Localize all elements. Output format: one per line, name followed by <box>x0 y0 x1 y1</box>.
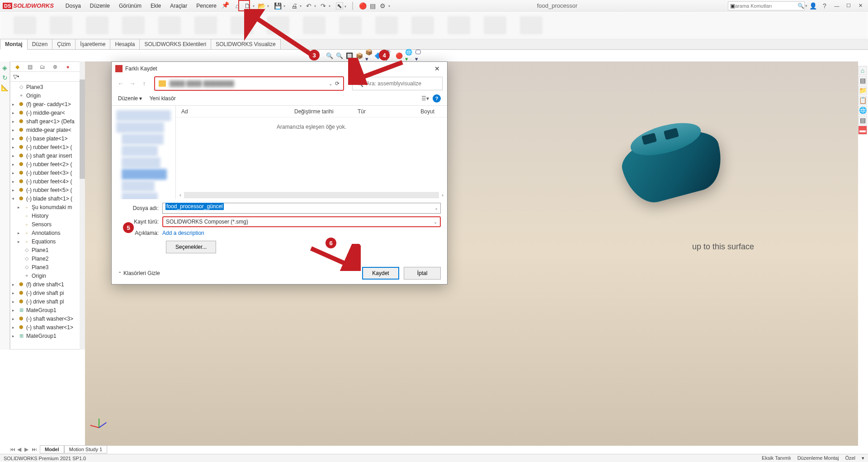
tree-item[interactable]: ▸▫Annotations <box>10 229 85 237</box>
col-size[interactable]: Boyut <box>407 108 434 115</box>
status-gear-icon[interactable]: ▾ <box>862 455 864 461</box>
close-button[interactable]: ✕ <box>855 2 865 10</box>
user-icon[interactable]: 👤 <box>809 2 816 9</box>
nav-up-icon[interactable]: ↑ <box>140 79 149 88</box>
tab-visualize[interactable]: SOLIDWORKS Visualize <box>211 39 281 49</box>
tree-item[interactable]: ▸▫Equations <box>10 237 85 246</box>
tree-item[interactable]: ▸⬢(-) shaft gear insert <box>10 151 85 160</box>
section-view-icon[interactable]: 📦 <box>355 51 363 60</box>
zoom-fit-icon[interactable]: 🔍 <box>326 51 334 60</box>
filetype-select[interactable]: SOLIDWORKS Composer (*.smg) ⌄ <box>162 216 441 227</box>
scroll-right-icon[interactable]: › <box>442 192 443 198</box>
tree-item[interactable]: ▸⬢(-) middle-gear< <box>10 108 85 117</box>
tab-markup[interactable]: İşaretleme <box>75 39 110 49</box>
display-style-icon[interactable]: 🔷▾ <box>375 51 383 60</box>
new-folder-button[interactable]: Yeni klasör <box>149 95 175 102</box>
tab-layout[interactable]: Düzen <box>27 39 53 49</box>
feature-tree[interactable]: ◇Plane3⌖Origin▸⬢(f) gear- caddy<1>▸⬢(-) … <box>10 82 85 349</box>
tree-item[interactable]: ▸⊞MateGroup1 <box>10 306 85 314</box>
tree-item[interactable]: ▸⬢(-) shaft washer<1> <box>10 323 85 331</box>
dialog-search[interactable]: 🔍 <box>352 77 443 90</box>
col-type[interactable]: Tür <box>358 108 407 115</box>
nav-forward-icon[interactable]: → <box>128 79 137 88</box>
undo-icon[interactable]: ↶ <box>305 2 312 9</box>
column-headers[interactable]: Ad Değiştirme tarihi Tür Boyut <box>176 106 447 117</box>
tab-assembly[interactable]: Montaj <box>0 39 28 50</box>
nav-back-icon[interactable]: ← <box>116 79 125 88</box>
tree-item[interactable]: ▸⬢(-) drive shaft pi <box>10 289 85 297</box>
tab-sketch[interactable]: Çizim <box>52 39 75 49</box>
tree-item[interactable]: ▸⬢(f) gear- caddy<1> <box>10 100 85 108</box>
tree-item[interactable]: ▸⬢shaft gear<1> (Defa <box>10 117 85 126</box>
tree-item[interactable]: ▸⬢(-) rubber feet<4> ( <box>10 177 85 186</box>
cancel-button[interactable]: İptal <box>404 267 441 280</box>
tree-item[interactable]: ▸⬢(-) rubber feet<1> ( <box>10 143 85 151</box>
redo-icon[interactable]: ↷ <box>320 2 327 9</box>
task-view-icon[interactable]: 🌐 <box>858 106 867 115</box>
tree-item[interactable]: ▸⬢middle-gear plate< <box>10 126 85 134</box>
filename-input[interactable]: food_processor_güncel <box>162 203 441 214</box>
open-icon[interactable]: 📂 <box>258 2 265 9</box>
menu-insert[interactable]: Ekle <box>147 1 165 10</box>
tree-item[interactable]: ▸⬢(-) rubber feet<2> ( <box>10 160 85 168</box>
orientation-triad[interactable] <box>94 414 112 432</box>
tab-next-icon[interactable]: ▶ <box>24 446 31 453</box>
menu-window[interactable]: Pencere <box>193 1 220 10</box>
filename-dropdown-icon[interactable]: ⌄ <box>434 205 438 210</box>
property-tab-icon[interactable]: ▤ <box>26 63 34 71</box>
rebuild-icon[interactable]: 🔴 <box>359 2 367 9</box>
tree-item[interactable]: ▫History <box>10 211 85 220</box>
menu-edit[interactable]: Düzenle <box>86 1 113 10</box>
help-icon[interactable]: ? <box>433 94 441 103</box>
scroll-left-icon[interactable]: ‹ <box>179 192 181 198</box>
new-icon[interactable]: 🗋 <box>244 2 251 9</box>
tree-item[interactable]: ▸⬢(-) rubber feet<3> ( <box>10 168 85 177</box>
view-settings-icon[interactable]: 🖵▾ <box>415 51 423 60</box>
menu-tools[interactable]: Araçlar <box>166 1 191 10</box>
tree-item[interactable]: ⌖Origin <box>10 271 85 280</box>
task-explorer-icon[interactable]: 📋 <box>858 96 867 105</box>
hide-folders-toggle[interactable]: ⌃ Klasörleri Gizle <box>118 270 160 276</box>
address-bar[interactable]: ████ ████ ████████ ⌄ ⟳ <box>154 76 344 91</box>
tree-item[interactable]: ▸▫Şu konumdaki m <box>10 203 85 211</box>
search-icon[interactable]: 🔍 <box>797 3 804 9</box>
config-tab-icon[interactable]: 🗂 <box>38 63 47 71</box>
col-modified[interactable]: Değiştirme tarihi <box>294 108 358 115</box>
filter-icon[interactable]: ▽• <box>13 74 19 80</box>
display-tab-icon[interactable]: ⊕ <box>51 63 59 71</box>
tree-item[interactable]: ⌖Origin <box>10 91 85 100</box>
home-icon[interactable]: ⌂ <box>234 2 241 9</box>
menu-view[interactable]: Görünüm <box>115 1 145 10</box>
tab-prev-icon[interactable]: ◀ <box>17 446 24 453</box>
tree-item[interactable]: ◇Plane2 <box>10 254 85 263</box>
dialog-search-input[interactable] <box>366 80 439 87</box>
tree-item[interactable]: ▸⬢(-) shaft washer<3> <box>10 314 85 323</box>
description-link[interactable]: Add a description <box>162 230 204 236</box>
search-dropdown-icon[interactable]: ▾ <box>805 4 807 8</box>
col-name[interactable]: Ad <box>181 108 294 115</box>
apply-scene-icon[interactable]: 🌐▾ <box>405 51 413 60</box>
address-dropdown-icon[interactable]: ⌄ <box>329 81 332 86</box>
minimize-button[interactable]: — <box>832 2 842 10</box>
tab-addins[interactable]: SOLIDWORKS Eklentileri <box>139 39 211 49</box>
tree-item[interactable]: ▸⬢(-) drive shaft pl <box>10 297 85 306</box>
tree-item[interactable]: ▸⬢(f) drive shaft<1 <box>10 280 85 289</box>
menu-file[interactable]: Dosya <box>62 1 85 10</box>
help-icon[interactable]: ? <box>821 2 828 9</box>
tree-item[interactable]: ▸⊞MateGroup1 <box>10 331 85 340</box>
refresh-icon[interactable]: ⟳ <box>335 80 340 87</box>
tree-item[interactable]: ▸⬢(-) rubber feet<5> ( <box>10 186 85 194</box>
zoom-area-icon[interactable]: 🔍 <box>335 51 344 60</box>
organize-button[interactable]: Düzenle ▾ <box>118 95 142 102</box>
task-custom-icon[interactable]: ▬ <box>858 126 867 135</box>
tab-evaluate[interactable]: Hesapla <box>110 39 140 49</box>
filetype-dropdown-icon[interactable]: ⌄ <box>434 219 437 224</box>
hide-show-icon[interactable]: 👁▾ <box>385 51 393 60</box>
save-button[interactable]: Kaydet <box>362 267 399 280</box>
task-library-icon[interactable]: 📁 <box>858 86 867 95</box>
tree-scrollbar[interactable] <box>80 61 85 350</box>
flyout-icon-2[interactable]: ↻ <box>2 74 8 81</box>
edit-appearance-icon[interactable]: 🔴 <box>395 51 403 60</box>
tab-last-icon[interactable]: ⏭ <box>32 446 38 453</box>
options-icon[interactable]: ▤ <box>369 2 377 9</box>
